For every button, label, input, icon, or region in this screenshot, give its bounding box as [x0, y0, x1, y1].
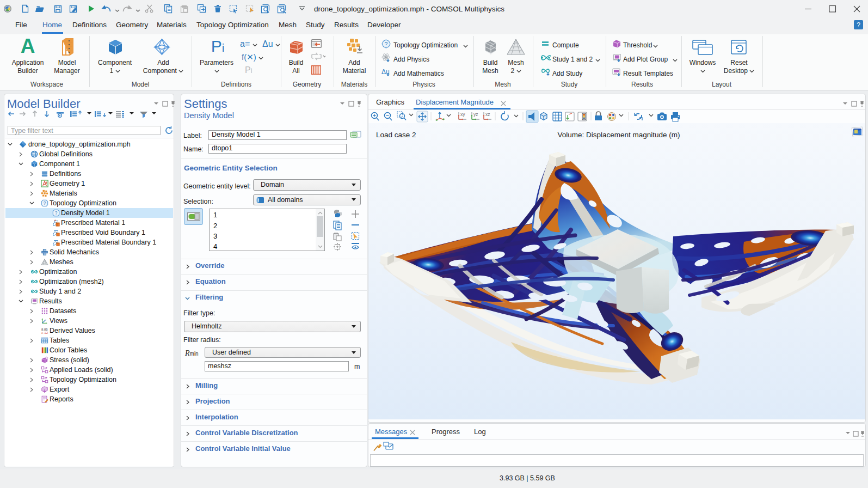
svg-text:xz: xz	[485, 112, 490, 117]
svg-text:xy: xy	[460, 112, 465, 117]
svg-text:?: ?	[385, 41, 388, 47]
svg-text:yz: yz	[473, 112, 478, 117]
svg-text:?: ?	[857, 21, 860, 29]
